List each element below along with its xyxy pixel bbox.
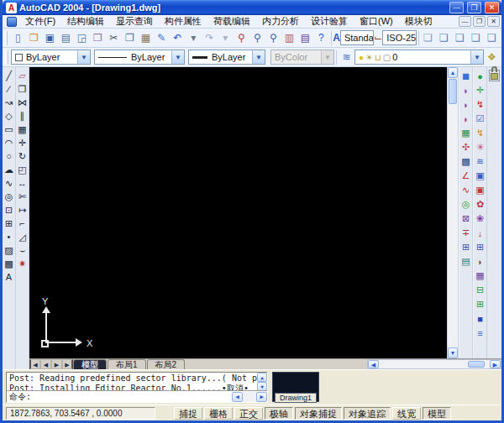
plugin-icon-checkbox[interactable]: ☑ [474,112,487,126]
horizontal-scroll-track[interactable] [379,360,490,368]
drawing-canvas[interactable]: Y X [29,67,447,358]
make-block-icon[interactable]: ⊞ [3,217,15,230]
zoom-window-icon[interactable]: ⚲ [249,30,265,46]
undo-dropdown-icon[interactable]: ▾ [186,30,202,46]
undo-icon[interactable]: ↶ [170,30,186,46]
status-toggle[interactable]: 对象捕捉 [295,407,342,420]
save-icon[interactable]: ▣ [42,30,58,46]
plugin-icon-green-grid[interactable]: ▦ [459,126,473,140]
print-preview-icon[interactable]: ◲ [74,30,90,46]
help-icon[interactable]: ? [313,30,329,46]
trim-icon[interactable]: ✄ [16,190,29,203]
status-toggle[interactable]: 模型 [423,407,451,420]
status-toggle[interactable]: 对象追踪 [344,407,391,420]
linetype-combo[interactable]: ByLayer ▼ [94,50,185,65]
drawing-thumbnail[interactable]: Drawing1 [272,372,319,402]
line-icon[interactable]: ╱ [3,69,15,82]
layer-on-bulb-icon[interactable]: ● [359,53,364,62]
new-file-icon[interactable]: ▯ [10,30,26,46]
construction-line-icon[interactable]: ∕ [3,82,15,96]
scale-icon[interactable]: ◰ [16,163,29,176]
lock-icon[interactable] [489,70,500,81]
insert-block-icon[interactable]: ⊡ [3,203,15,217]
vertical-scroll-track[interactable] [448,78,458,347]
minimize-button[interactable]: — [449,2,464,13]
dim-style-combo[interactable]: ISO-25 ▼ [382,30,416,45]
shade-2d-icon[interactable]: ❏ [420,30,436,46]
plot-icon[interactable]: ▤ [58,30,74,46]
color-combo[interactable]: ByLayer ▼ [11,50,91,65]
circle-icon[interactable]: ○ [3,149,15,163]
rectangle-icon[interactable]: ▭ [3,123,15,136]
menu-item[interactable]: 构件属性 [159,15,207,28]
status-toggle[interactable]: 正交 [234,407,263,420]
plugin-icon-fill-blue[interactable]: ◼ [459,69,473,83]
chevron-down-icon[interactable]: ▼ [77,50,90,64]
menu-item[interactable]: 显示查询 [110,15,159,28]
plugin-icon-grid-purple[interactable]: ▦ [474,269,487,283]
shade-hidden-icon[interactable]: ❑ [452,30,468,46]
mdi-minimize-button[interactable]: — [459,16,471,27]
layer-combo[interactable]: ●☀⊔▢ 0 ▼ [354,50,484,65]
horizontal-scroll-thumb[interactable] [468,361,485,368]
next-tab-icon[interactable]: ▶ [51,359,62,369]
match-properties-icon[interactable]: ✎ [154,30,170,46]
command-hscrollbar[interactable]: ◀ ▶ [232,392,267,402]
layer-thaw-sun-icon[interactable]: ☀ [365,53,373,62]
plugin-icon-minus-box[interactable]: ⊟ [474,283,487,297]
chevron-down-icon[interactable]: ▼ [470,50,483,64]
chevron-down-icon[interactable]: ▼ [171,50,184,64]
spline-icon[interactable]: ∿ [3,176,15,190]
plugin-icon-checker[interactable]: ▩ [459,154,473,169]
lineweight-combo[interactable]: ByLayer ▼ [188,50,265,65]
shade-3d-icon[interactable]: ❑ [436,30,452,46]
ellipse-icon[interactable]: ◎ [3,190,15,203]
chamfer-icon[interactable]: ◿ [16,230,29,243]
polyline-icon[interactable]: ↝ [3,96,15,109]
point-icon[interactable]: • [3,230,15,243]
stretch-icon[interactable]: ↔ [16,176,29,190]
explode-icon[interactable]: ✷ [16,257,29,270]
move-icon[interactable]: ✛ [16,136,29,149]
plugin-icon-layers[interactable]: ≋ [474,154,487,169]
plugin-icon-grid-blue[interactable]: ⊞ [459,240,473,254]
plugin-icon-striped[interactable]: ▤ [459,254,473,269]
layout-tab[interactable]: 模型 [73,359,107,369]
layer-manager-icon[interactable]: ≋ [339,50,354,65]
command-scrollbar[interactable]: ▲ ▼ [257,373,267,390]
zoom-previous-icon[interactable]: ⚲ [265,30,281,46]
plugin-icon-lines-blue[interactable]: ≡ [474,326,487,340]
offset-icon[interactable]: ∥ [16,109,29,123]
scroll-up-icon[interactable]: ▲ [448,67,458,78]
scroll-right-icon[interactable]: ▶ [256,392,267,402]
publish-icon[interactable]: ❒ [90,30,106,46]
vertical-scroll-thumb[interactable] [449,79,457,104]
status-toggle[interactable]: 捕捉 [174,407,202,420]
scroll-up-icon[interactable]: ▲ [257,373,267,382]
layer-color-swatch-icon[interactable]: ▢ [383,53,391,62]
menu-item[interactable]: 内力分析 [256,15,305,28]
close-button[interactable]: ✕ [485,2,499,13]
rotate-icon[interactable]: ↻ [16,149,29,163]
mdi-close-button[interactable]: ✕ [487,16,500,27]
make-layer-current-icon[interactable]: ❖ [484,50,500,65]
extend-icon[interactable]: ↦ [16,203,29,217]
plugin-icon-bolt-orange[interactable]: ↯ [474,126,487,140]
plugin-icon-wedge-1[interactable]: ◗ [459,83,473,97]
fillet-icon[interactable]: ⌣ [16,243,29,257]
plugin-icon-grid[interactable]: ⊞ [474,240,487,254]
plugin-icon-wedge-brown[interactable]: ◗ [474,254,487,269]
menu-item[interactable]: 窗口(W) [354,15,399,28]
plugin-icon-flower-purple[interactable]: ❀ [474,212,487,226]
menu-item[interactable]: 荷载编辑 [207,15,256,28]
paste-icon[interactable]: ▦ [138,30,154,46]
last-tab-icon[interactable]: ▶ [62,359,73,369]
command-text-area[interactable]: Post: Reading predefined sector library.… [6,372,268,403]
plugin-icon-solid-blue[interactable]: ■ [474,311,487,326]
plugin-icon-curve[interactable]: ∿ [459,183,473,197]
status-toggle[interactable]: 线宽 [392,407,421,420]
coordinate-readout[interactable]: 1872.7863, 703.5467 , 0.0000 [6,407,155,420]
open-folder-icon[interactable]: ❒ [26,30,42,46]
redo-dropdown-icon[interactable]: ▾ [218,30,234,46]
status-toggle[interactable]: 极轴 [265,407,293,420]
